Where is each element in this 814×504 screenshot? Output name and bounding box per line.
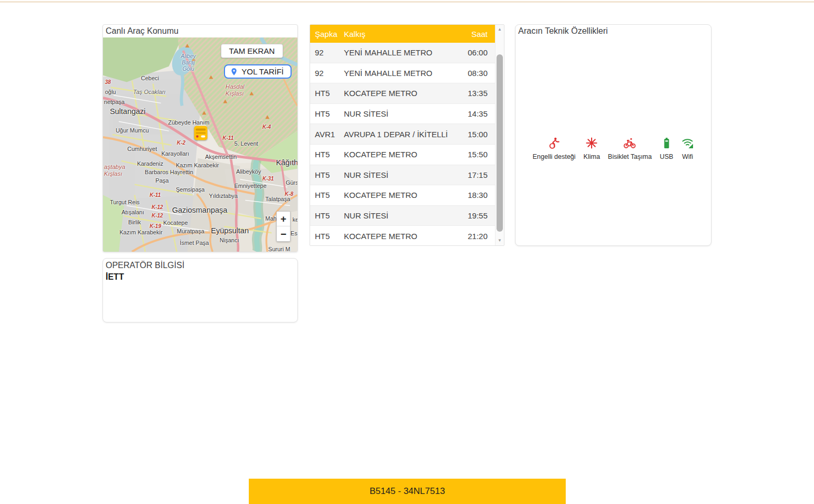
line-code-cell: 92 [310,69,344,78]
departure-cell: KOCATEPE METRO [344,150,455,159]
feature-klima: Klima [584,137,600,160]
scrollbar-down-arrow-icon[interactable]: ▼ [495,236,504,245]
feature-label: Klima [584,153,600,160]
schedule-row: HT5KOCATEPE METRO15:50 [310,145,495,165]
feature-usb: USB [660,137,673,160]
directions-button-label: YOL TARİFİ [241,67,284,76]
time-cell: 15:00 [455,130,495,139]
operator-name: İETT [103,270,297,284]
departure-cell: KOCATEPE METRO [344,191,455,199]
time-cell: 14:35 [455,109,495,118]
vehicle-tech-specs-panel: Aracın Teknik Özellikleri Engelli desteğ… [515,24,712,246]
operator-info-panel: OPERATÖR BİLGİSİ İETT [102,258,298,322]
location-pin-icon [230,68,238,76]
schedule-table-body: 92YENİ MAHALLE METRO06:0092YENİ MAHALLE … [310,43,495,245]
schedule-row: 92YENİ MAHALLE METRO06:00 [310,43,495,63]
time-cell: 06:00 [455,48,495,57]
schedule-table-header: Şapka Kalkış Saat [310,25,495,43]
feature-label: Bisiklet Taşıma [608,153,652,160]
departure-cell: YENİ MAHALLE METRO [344,48,455,57]
time-cell: 13:35 [455,89,495,98]
fullscreen-button[interactable]: TAM EKRAN [221,44,283,58]
schedule-row: 92YENİ MAHALLE METRO08:30 [310,63,495,84]
feature-bisiklet-ta-ma: Bisiklet Taşıma [608,137,652,160]
line-code-cell: AVR1 [310,130,344,139]
departure-cell: NUR SİTESİ [344,211,455,220]
tech-panel-title: Aracın Teknik Özellikleri [516,25,711,37]
departure-cell: YENİ MAHALLE METRO [344,69,455,78]
schedule-row: AVR1AVRUPA 1 DEPAR / İKİTELLİ15:00 [310,124,495,145]
live-vehicle-location-panel: Canlı Araç Konumu [102,24,298,252]
zoom-in-button[interactable]: + [277,212,290,226]
feature-label: Wifi [682,153,693,160]
departure-cell: KOCATEPE METRO [344,232,455,241]
wifi-icon [681,137,694,151]
table-scrollbar[interactable]: ▲ ▼ [495,25,504,245]
operator-heading: OPERATÖR BİLGİSİ [103,259,297,270]
scrollbar-thumb[interactable] [497,54,503,232]
battery-icon [660,137,673,151]
schedule-row: HT5NUR SİTESİ17:15 [310,165,495,186]
time-cell: 19:55 [455,211,495,220]
departure-cell: KOCATEPE METRO [344,89,455,98]
departure-cell: NUR SİTESİ [344,109,455,118]
schedule-row: HT5NUR SİTESİ14:35 [310,104,495,125]
schedule-row: HT5KOCATEPE METRO18:30 [310,185,495,206]
time-cell: 21:20 [455,232,495,241]
time-cell: 18:30 [455,191,495,199]
line-code-cell: HT5 [310,232,344,241]
feature-engelli-deste-i: Engelli desteği [532,137,575,160]
departure-cell: NUR SİTESİ [344,170,455,179]
time-cell: 08:30 [455,69,495,78]
bicycle-icon [623,137,636,151]
header-time: Saat [455,30,495,39]
schedule-row: HT5KOCATEPE METRO21:20 [310,226,495,246]
line-code-cell: HT5 [310,150,344,159]
scrollbar-up-arrow-icon[interactable]: ▲ [495,25,504,34]
schedule-row: HT5KOCATEPE METRO13:35 [310,83,495,104]
snowflake-icon [585,137,598,151]
directions-button[interactable]: YOL TARİFİ [224,64,292,79]
line-code-cell: HT5 [310,109,344,118]
line-code-cell: HT5 [310,191,344,199]
departure-cell: AVRUPA 1 DEPAR / İKİTELLİ [344,130,455,139]
page-top-accent-line [0,1,814,3]
departure-schedule-table: Şapka Kalkış Saat 92YENİ MAHALLE METRO06… [310,24,504,246]
feature-label: Engelli desteği [532,153,575,160]
vehicle-id-banner[interactable]: B5145 - 34NL7513 [249,479,566,504]
line-code-cell: 92 [310,48,344,57]
time-cell: 15:50 [455,150,495,159]
header-line-code: Şapka [310,30,344,39]
map-zoom-control: + − [276,211,291,242]
map-panel-title: Canlı Araç Konumu [103,25,297,37]
bus-marker[interactable] [194,126,208,140]
feature-wifi: Wifi [681,137,694,160]
map[interactable]: Alibey Baraj GölüCebeci38oğluTaş Ocaklar… [103,37,297,252]
header-departure: Kalkış [344,30,455,39]
tech-features-row: Engelli desteğiKlimaBisiklet TaşımaUSBWi… [516,137,711,160]
wheelchair-icon [548,137,560,151]
line-code-cell: HT5 [310,170,344,179]
time-cell: 17:15 [455,170,495,179]
line-code-cell: HT5 [310,89,344,98]
line-code-cell: HT5 [310,211,344,220]
zoom-out-button[interactable]: − [277,226,290,241]
feature-label: USB [660,153,673,160]
schedule-row: HT5NUR SİTESİ19:55 [310,206,495,226]
